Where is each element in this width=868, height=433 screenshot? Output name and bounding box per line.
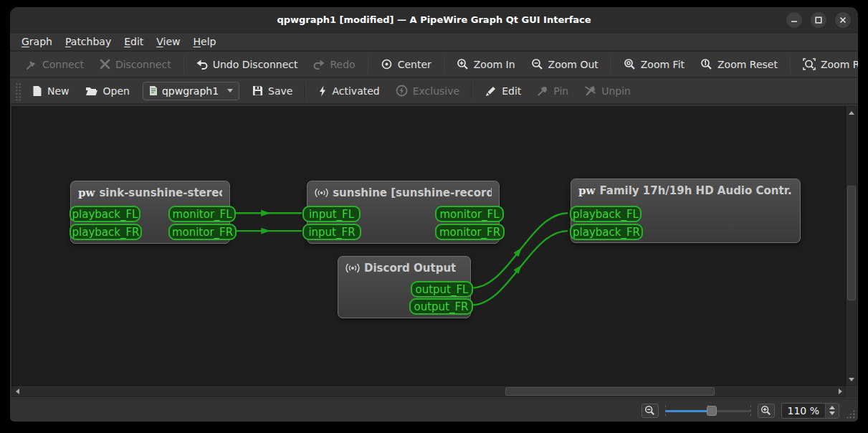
broadcast-icon (345, 262, 360, 274)
zoom-reset-icon (700, 58, 712, 70)
slider-handle[interactable] (707, 406, 717, 416)
menu-help[interactable]: Help (188, 34, 222, 49)
zoom-spinbox[interactable]: 110 % (781, 403, 839, 419)
arrow-right-icon (839, 389, 842, 394)
patchbay-select[interactable]: qpwgraph1 (143, 82, 239, 100)
port-output-fr[interactable]: output_FR (409, 298, 473, 315)
toolbar-separator (305, 82, 306, 100)
node-family-hd-audio[interactable]: pw Family 17h/19h HD Audio Contr... play… (571, 179, 801, 243)
statusbar-zoom-out-button[interactable] (642, 404, 659, 418)
arrow-down-icon (849, 378, 854, 381)
new-button[interactable]: New (25, 81, 77, 101)
toolbar-separator (472, 82, 473, 100)
menu-patchbay[interactable]: Patchbay (59, 34, 117, 49)
zoom-out-button[interactable]: Zoom Out (524, 54, 606, 75)
maximize-button[interactable] (811, 12, 826, 28)
pin-button[interactable]: Pin (530, 81, 576, 101)
undo-button[interactable]: Undo Disconnect (189, 54, 305, 75)
close-button[interactable] (835, 12, 851, 28)
graph-canvas[interactable]: pw sink-sunshine-stereo playback_FL play… (11, 106, 846, 386)
statusbar-zoom-in-button[interactable] (758, 404, 775, 418)
minimize-icon (791, 16, 798, 24)
vertical-scrollbar[interactable] (846, 106, 857, 386)
port-monitor-fl[interactable]: monitor_FL (168, 206, 236, 222)
horizontal-scrollbar-thumb[interactable] (505, 387, 715, 396)
maximize-icon (815, 16, 822, 24)
connect-button[interactable]: Connect (19, 54, 91, 75)
close-icon (839, 16, 846, 24)
resize-grip[interactable] (846, 409, 855, 419)
menu-edit[interactable]: Edit (118, 34, 149, 49)
node-title: sink-sunshine-stereo (99, 186, 222, 199)
zoom-out-icon (531, 58, 543, 70)
zoom-out-icon (644, 405, 655, 416)
titlebar[interactable]: qpwgraph1 [modified] — A PipeWire Graph … (10, 7, 858, 33)
port-output-fl[interactable]: output_FL (411, 281, 473, 298)
scroll-right-button[interactable] (835, 386, 845, 396)
undo-icon (196, 60, 208, 70)
zoom-reset-button[interactable]: Zoom Reset (693, 54, 785, 75)
zoom-value: 110 % (782, 405, 825, 417)
arrow-up-icon (849, 111, 854, 115)
edit-button[interactable]: Edit (478, 81, 528, 101)
vertical-scrollbar-thumb[interactable] (847, 186, 856, 300)
redo-button[interactable]: Redo (306, 54, 362, 75)
pipewire-icon: pw (78, 188, 95, 199)
zoom-slider[interactable] (665, 404, 751, 418)
save-icon (252, 85, 263, 96)
toolbar-separator (790, 56, 791, 73)
zoom-fit-icon (624, 58, 636, 70)
open-button[interactable]: Open (78, 81, 137, 101)
zoom-range-button[interactable]: Zoom Range (796, 54, 858, 75)
zoom-range-icon (803, 58, 816, 70)
node-title: sunshine [sunshine-record] (333, 186, 492, 199)
center-icon (381, 58, 393, 70)
exclusive-button[interactable]: Exclusive (388, 80, 467, 101)
toolbar-separator (444, 56, 444, 73)
scroll-left-button[interactable] (12, 386, 22, 396)
node-title: Family 17h/19h HD Audio Contr... (599, 184, 793, 197)
spinbox-buttons[interactable] (825, 404, 839, 418)
arrow-left-icon (16, 389, 19, 394)
port-monitor-fr[interactable]: monitor_FR (435, 224, 505, 240)
activated-bolt-icon (318, 85, 327, 97)
open-folder-icon (85, 85, 98, 96)
connection-arrow (261, 228, 270, 234)
minimize-button[interactable] (786, 12, 802, 28)
scroll-up-button[interactable] (846, 108, 857, 118)
port-monitor-fr[interactable]: monitor_FR (168, 224, 237, 240)
port-input-fl[interactable]: input_FL (302, 206, 361, 222)
slider-fill (665, 410, 710, 412)
port-playback-fr[interactable]: playback_FR (570, 224, 643, 240)
toolbar-drag-handle[interactable] (14, 82, 21, 100)
node-sink-sunshine-stereo[interactable]: pw sink-sunshine-stereo playback_FL play… (70, 181, 230, 244)
node-sunshine[interactable]: sunshine [sunshine-record] input_FL inpu… (307, 181, 500, 244)
port-input-fr[interactable]: input_FR (302, 224, 361, 240)
port-playback-fr[interactable]: playback_FR (70, 224, 142, 240)
spin-down-icon (829, 411, 835, 415)
spin-up-icon (829, 406, 835, 409)
connections-layer (12, 107, 845, 385)
toolbar-separator (611, 56, 611, 73)
toolbar-separator (183, 56, 184, 73)
port-playback-fl[interactable]: playback_FL (570, 206, 642, 222)
port-monitor-fl[interactable]: monitor_FL (435, 206, 504, 222)
center-button[interactable]: Center (373, 54, 439, 75)
horizontal-scrollbar[interactable] (11, 386, 846, 397)
unpin-button[interactable]: Unpin (577, 81, 638, 101)
node-discord-output[interactable]: Discord Output output_FL output_FR (338, 256, 471, 318)
connect-icon (26, 59, 37, 70)
zoom-fit-button[interactable]: Zoom Fit (616, 54, 692, 75)
zoom-in-button[interactable]: Zoom In (449, 54, 523, 75)
unpin-icon (584, 85, 596, 97)
activated-button[interactable]: Activated (311, 81, 386, 101)
scroll-down-button[interactable] (846, 374, 857, 384)
save-button[interactable]: Save (245, 81, 300, 101)
connection-arrow (513, 262, 524, 274)
port-playback-fl[interactable]: playback_FL (70, 206, 140, 222)
menu-graph[interactable]: Graph (16, 34, 58, 49)
menu-view[interactable]: View (151, 34, 186, 49)
disconnect-button[interactable]: Disconnect (92, 54, 178, 75)
disconnect-icon (100, 59, 110, 70)
connection-arrow (261, 210, 270, 217)
